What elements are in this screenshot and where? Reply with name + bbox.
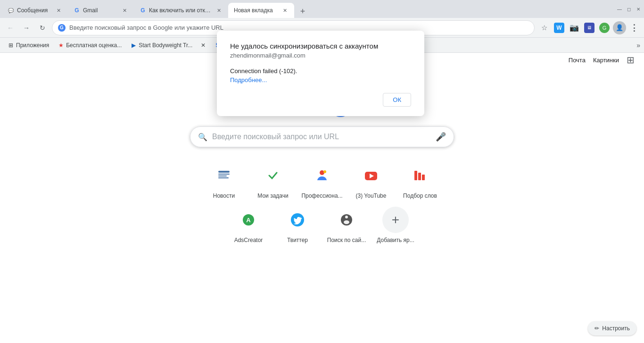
dialog-details-link[interactable]: Подробнее... [230, 76, 411, 84]
dialog-overlay: Не удалось синхронизироваться с аккаунто… [0, 0, 644, 343]
dialog-title: Не удалось синхронизироваться с аккаунто… [230, 42, 411, 50]
sync-error-dialog: Не удалось синхронизироваться с аккаунто… [217, 31, 424, 116]
dialog-email: zhendimonmail@gmail.com [230, 52, 411, 59]
dialog-actions: ОК [230, 93, 411, 107]
dialog-error-text: Connection failed (-102). [230, 67, 411, 75]
dialog-ok-button[interactable]: ОК [383, 93, 411, 107]
